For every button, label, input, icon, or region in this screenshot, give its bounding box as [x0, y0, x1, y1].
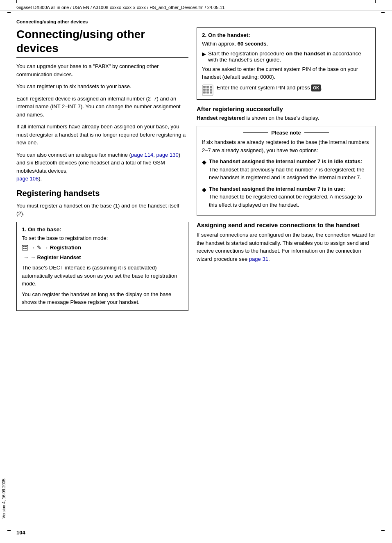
sub-heading-registering: Registering handsets — [16, 189, 188, 200]
footer: 104 — [0, 529, 392, 536]
menu-icon — [22, 244, 28, 251]
page-number: 104 — [16, 529, 25, 536]
box1-title: 1. On the base: — [22, 226, 183, 233]
svg-rect-2 — [25, 246, 27, 247]
assign-section-title: Assigning send and receive connections t… — [197, 221, 376, 228]
left-column: Connecting/using other devices You can u… — [16, 27, 188, 316]
para4: If all internal numbers have already bee… — [16, 123, 188, 147]
bullet2-body: The handset to be registered cannot be r… — [209, 194, 362, 208]
bullet2-title: The handset assigned the internal number… — [209, 186, 345, 192]
nav-arrow3: → — [23, 253, 29, 262]
after-para-rest: is shown on the base's display. — [246, 115, 319, 121]
pin-period: . — [321, 84, 322, 91]
box2-60sec: 60 seconds. — [238, 41, 268, 47]
para3-text: Each registered device is assigned an in… — [16, 96, 181, 118]
assign-para-prefix: If several connections are configured on… — [197, 232, 375, 262]
para5-end: ). — [39, 176, 42, 182]
link-page130[interactable]: page 130 — [156, 152, 178, 158]
version-text: Version 4, 16.09.2005 — [2, 479, 6, 518]
page-title: Connecting/using other devices — [16, 27, 188, 58]
header-text: Gigaset DX800A all in one / USA EN / A31… — [16, 5, 225, 10]
header-bar: Gigaset DX800A all in one / USA EN / A31… — [0, 3, 392, 11]
pin-text: Enter the current system PIN and press O… — [217, 84, 322, 92]
link-page108[interactable]: page 108 — [16, 176, 39, 182]
svg-rect-1 — [23, 246, 25, 247]
nav-register-handset: → Register Handset — [30, 253, 81, 262]
box2-para-below: You are asked to enter the current syste… — [202, 65, 370, 81]
nav-registration: Registration — [50, 244, 81, 252]
ok-button-label: OK — [311, 84, 321, 91]
right-arrow-sym: ▶ — [202, 51, 206, 57]
after-section-title: After registering successfully — [197, 105, 376, 112]
svg-rect-7 — [206, 86, 209, 88]
right-column: 2. On the handset: Within approx. 60 sec… — [197, 27, 376, 316]
side-marks-left — [7, 0, 11, 543]
assign-para: If several connections are configured on… — [197, 231, 376, 263]
note-para: If six handsets are already registered t… — [202, 138, 370, 154]
bullet2-sym: ◆ — [202, 185, 206, 194]
box2-on-the: on the handset — [286, 50, 325, 57]
nav-arrow2: → — [43, 244, 48, 252]
para3: Each registered device is assigned an in… — [16, 95, 188, 119]
nav-pencil-icon: ✎ — [37, 244, 41, 252]
box1-line1: To set the base to registration mode: — [22, 234, 183, 242]
bullet1-sym: ◆ — [202, 158, 206, 167]
section-label: Connecting/using other devices — [16, 19, 376, 24]
svg-rect-3 — [23, 248, 25, 249]
box2-start-text: Start the registration procedure — [208, 50, 286, 57]
link-page114[interactable]: page 114 — [131, 152, 153, 158]
pin-label: Enter the current system PIN and press — [217, 84, 310, 91]
box2-within: Within approx. — [202, 41, 238, 47]
two-col-layout: Connecting/using other devices You can u… — [16, 27, 376, 316]
keypad-icon — [202, 84, 213, 96]
note-title: Please note — [202, 130, 370, 136]
pin-row: Enter the current system PIN and press O… — [202, 84, 370, 95]
handset-registered-label: Handset registered — [197, 115, 245, 121]
box2-arrow-item: ▶ Start the registration procedure on th… — [202, 50, 370, 63]
bullet1-title: The handset assigned the internal number… — [209, 158, 362, 164]
svg-rect-8 — [210, 86, 212, 88]
box-on-handset: 2. On the handset: Within approx. 60 sec… — [197, 27, 376, 100]
bullet2-content: The handset assigned the internal number… — [209, 185, 370, 209]
box1-para1: The base's DECT interface is (assuming i… — [22, 264, 183, 288]
nav-line-1: → ✎ → Registration — [22, 244, 183, 252]
assign-link[interactable]: page 31 — [249, 256, 268, 262]
please-note-box: Please note If six handsets are already … — [197, 126, 376, 216]
para5: You can also connect an analogue fax mac… — [16, 151, 188, 183]
sub-para: You must register a handset on the base … — [16, 202, 188, 218]
svg-rect-11 — [210, 89, 212, 91]
svg-rect-4 — [25, 248, 27, 249]
svg-rect-14 — [210, 91, 212, 94]
note-bullet1: ◆ The handset assigned the internal numb… — [202, 157, 370, 182]
para1: You can upgrade your base to a "PABX" by… — [16, 62, 188, 78]
box1-para2-text: You can register the handset as long as … — [22, 291, 171, 306]
svg-rect-12 — [203, 91, 206, 94]
para2: You can register up to six handsets to y… — [16, 82, 188, 91]
svg-rect-10 — [206, 89, 209, 91]
side-marks-right — [381, 0, 385, 543]
bullet1-content: The handset assigned the internal number… — [209, 157, 370, 182]
assign-end: . — [268, 256, 270, 262]
top-mark-left — [16, 0, 17, 3]
svg-rect-6 — [203, 86, 206, 88]
svg-rect-9 — [203, 89, 206, 91]
main-content: Connecting/using other devices Connectin… — [0, 11, 392, 340]
para5-prefix: You can also connect an analogue fax mac… — [16, 152, 131, 158]
nav-arrow1: → — [30, 244, 35, 252]
note-bullet2: ◆ The handset assigned the internal numb… — [202, 185, 370, 209]
box2-arrow-text: Start the registration procedure on the … — [208, 50, 370, 63]
box1-para2: You can register the handset as long as … — [22, 290, 183, 306]
nav-line-2: → → Register Handset — [22, 253, 183, 262]
box2-title: 2. On the handset: — [202, 32, 370, 38]
svg-rect-13 — [206, 91, 209, 94]
top-mark-right — [375, 0, 376, 3]
bullet1-body: The handset that previously had the numb… — [209, 167, 364, 181]
box-on-base: 1. On the base: To set the base to regis… — [16, 222, 188, 311]
